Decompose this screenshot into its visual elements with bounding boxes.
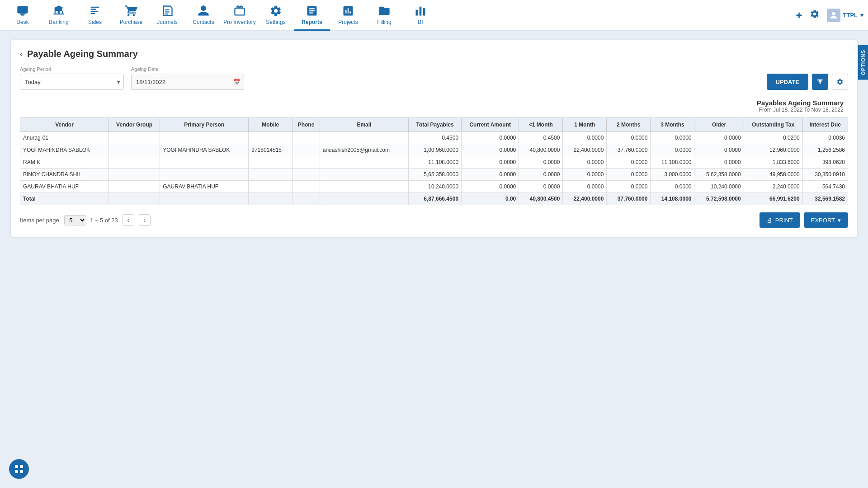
col-vendor-group: Vendor Group <box>109 118 160 132</box>
ageing-date-input[interactable] <box>131 74 244 90</box>
total-cell-0: Total <box>20 193 109 205</box>
nav-item-projects[interactable]: Projects <box>330 0 366 31</box>
export-button[interactable]: EXPORT ▾ <box>804 212 848 228</box>
svg-rect-1 <box>20 14 25 14</box>
svg-rect-0 <box>17 6 28 14</box>
bi-icon <box>413 4 428 18</box>
calendar-icon[interactable]: 📅 <box>233 79 241 85</box>
settings-icon <box>269 4 283 18</box>
nav-item-purchase[interactable]: Purchase <box>113 0 149 31</box>
export-chevron-icon: ▾ <box>838 217 841 224</box>
settings-icon-button[interactable] <box>832 74 848 90</box>
nav-label-desk: Desk <box>16 19 28 25</box>
cell-outstanding_tax: 1,833.6000 <box>744 156 802 169</box>
filter-row: Ageing Period Today ▾ Ageing Date 📅 UPDA… <box>20 66 848 90</box>
ageing-period-select[interactable]: Today <box>20 74 124 90</box>
nav-label-contacts: Contacts <box>193 19 214 25</box>
nav-item-settings[interactable]: Settings <box>258 0 294 31</box>
options-sidebar[interactable]: OPTIONS <box>858 45 868 80</box>
cell-vendor: RAM K <box>20 156 109 169</box>
cell-current_amount: 0.0000 <box>462 181 519 193</box>
cell-three_months: 0.0000 <box>651 132 694 144</box>
report-header: Payables Ageing Summary From Jul 18, 202… <box>20 99 848 113</box>
cell-current_amount: 0.0000 <box>462 132 519 144</box>
cell-interest_due: 1,256.2586 <box>802 144 848 156</box>
user-menu[interactable]: TTPL ▾ <box>827 9 864 22</box>
main-content: ‹ Payable Ageing Summary Ageing Period T… <box>0 31 868 488</box>
total-cell-3 <box>249 193 292 205</box>
gear-button[interactable] <box>810 9 820 21</box>
cell-vendor_group <box>109 132 160 144</box>
cell-vendor: GAURAV BHATIA HUF <box>20 181 109 193</box>
nav-items: Desk Banking Sales Purchase <box>5 0 796 31</box>
print-label: PRINT <box>775 217 793 224</box>
cell-phone <box>292 181 320 193</box>
cell-two_months: 37,760.0000 <box>607 144 651 156</box>
cell-mobile <box>249 156 292 169</box>
cell-vendor_group <box>109 181 160 193</box>
cell-three_months: 11,108.0000 <box>651 156 694 169</box>
total-cell-4 <box>292 193 320 205</box>
table-row: BINOY CHANDRA SHIL5,65,358.00000.00000.0… <box>20 169 848 181</box>
table-row: GAURAV BHATIA HUFGAURAV BHATIA HUF10,240… <box>20 181 848 193</box>
back-button[interactable]: ‹ <box>20 49 23 59</box>
col-older: Older <box>694 118 744 132</box>
cell-outstanding_tax: 12,960.0000 <box>744 144 802 156</box>
cell-total_payables: 0.4500 <box>409 132 462 144</box>
total-cell-14: 32,569.1582 <box>802 193 848 205</box>
col-lt1month: <1 Month <box>519 118 563 132</box>
total-cell-1 <box>109 193 160 205</box>
page-nav: 1 – 5 of 23 ‹ › <box>90 214 150 226</box>
cell-vendor: BINOY CHANDRA SHIL <box>20 169 109 181</box>
nav-item-bi[interactable]: BI <box>402 0 439 31</box>
ageing-date-group: Ageing Date 📅 <box>131 66 244 90</box>
add-button[interactable]: + <box>796 9 802 22</box>
nav-item-reports[interactable]: Reports <box>294 0 330 31</box>
col-total-payables: Total Payables <box>409 118 462 132</box>
journals-icon <box>160 4 175 18</box>
export-actions: 🖨 PRINT EXPORT ▾ <box>760 212 848 228</box>
next-page-button[interactable]: › <box>139 214 151 226</box>
svg-rect-3 <box>53 14 64 14</box>
nav-item-pro-inventory[interactable]: Pro Inventory <box>222 0 258 31</box>
total-cell-11: 14,108.0000 <box>651 193 694 205</box>
nav-label-reports: Reports <box>302 19 322 25</box>
nav-item-sales[interactable]: Sales <box>77 0 113 31</box>
cell-three_months: 0.0000 <box>651 144 694 156</box>
cell-email <box>320 132 408 144</box>
ageing-period-group: Ageing Period Today ▾ <box>20 66 124 90</box>
items-per-page: Items per page: 5 10 25 1 – 5 of 23 ‹ › <box>20 214 151 226</box>
nav-label-journals: Journals <box>157 19 177 25</box>
cell-lt1month: 40,800.0000 <box>519 144 563 156</box>
nav-item-filling[interactable]: Filling <box>366 0 402 31</box>
cell-older: 10,240.0000 <box>694 181 744 193</box>
cell-current_amount: 0.0000 <box>462 169 519 181</box>
cell-older: 5,62,358.0000 <box>694 169 744 181</box>
update-button[interactable]: UPDATE <box>767 74 808 90</box>
print-button[interactable]: 🖨 PRINT <box>760 212 800 228</box>
nav-item-contacts[interactable]: Contacts <box>185 0 222 31</box>
ageing-date-input-wrap: 📅 <box>131 74 244 90</box>
total-cell-5 <box>320 193 408 205</box>
prev-page-button[interactable]: ‹ <box>123 214 134 226</box>
per-page-select[interactable]: 5 10 25 <box>64 215 86 225</box>
nav-right: + TTPL ▾ <box>796 9 863 22</box>
nav-item-banking[interactable]: Banking <box>41 0 77 31</box>
nav-item-journals[interactable]: Journals <box>149 0 185 31</box>
nav-item-desk[interactable]: Desk <box>5 0 41 31</box>
nav-label-sales: Sales <box>88 19 102 25</box>
nav-label-projects: Projects <box>338 19 358 25</box>
cell-lt1month: 0.4500 <box>519 132 563 144</box>
cell-two_months: 0.0000 <box>607 181 651 193</box>
cell-three_months: 3,000.0000 <box>651 169 694 181</box>
report-sub: From Jul 18, 2022 To Nov 18, 2022 <box>20 107 844 113</box>
grid-icon-button[interactable] <box>9 459 29 479</box>
cell-phone <box>292 132 320 144</box>
cell-total_payables: 10,240.0000 <box>409 181 462 193</box>
filter-icon-button[interactable] <box>812 74 828 90</box>
page-header: ‹ Payable Ageing Summary <box>20 49 848 59</box>
col-email: Email <box>320 118 408 132</box>
pro-inventory-icon <box>232 4 247 18</box>
table-row: RAM K11,108.00000.00000.00000.00000.0000… <box>20 156 848 169</box>
cell-mobile: 9718014515 <box>249 144 292 156</box>
